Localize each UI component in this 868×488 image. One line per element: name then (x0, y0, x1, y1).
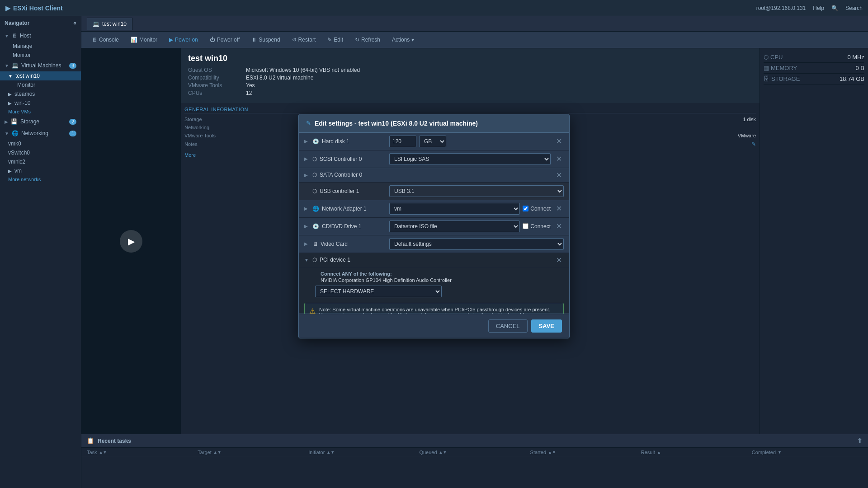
sidebar-item-host-monitor[interactable]: Monitor (0, 51, 81, 60)
pci-1-expand[interactable]: ▼ (304, 258, 310, 263)
hard-disk-remove-button[interactable]: ✕ (554, 137, 564, 145)
power-off-button[interactable]: ⏻ Power off (205, 34, 245, 45)
power-on-icon: ▶ (169, 37, 173, 43)
search-icon: 🔍 (831, 5, 838, 11)
usb-type-select[interactable]: USB 3.1 USB 3.0 USB 2.0 (389, 185, 564, 197)
help-button[interactable]: Help (813, 5, 824, 11)
memory-icon: ▦ (764, 65, 769, 71)
host-monitor-label: Monitor (13, 52, 31, 58)
network-connect-checkbox-label: Connect (523, 206, 551, 212)
network-connect-checkbox[interactable] (523, 206, 528, 211)
cddvd-controls: Datastore ISO file Host device Client de… (389, 221, 551, 232)
vms-arrow: ▼ (5, 63, 9, 68)
pci-1-remove-button[interactable]: ✕ (554, 256, 564, 264)
col-initiator: Initiator ▲▼ (308, 450, 419, 455)
vms-badge: 3 (69, 63, 76, 69)
console-label: Console (99, 37, 119, 43)
sata-text: SATA Controller 0 (320, 172, 362, 178)
cpu-icon: ⬡ (764, 54, 769, 61)
host-section[interactable]: ▼ 🖥 Host (0, 30, 81, 42)
save-button[interactable]: SAVE (531, 319, 562, 333)
sidebar: Navigator « ▼ 🖥 Host Manage Monitor ▼ (0, 16, 81, 488)
sata-remove-button[interactable]: ✕ (554, 171, 564, 179)
edit-label: Edit (334, 37, 343, 43)
cddvd-expand[interactable]: ▶ (304, 224, 310, 229)
host-icon: 🖥 (12, 33, 17, 39)
pci-1-device-name: NVIDIA Corporation GP104 High Definition… (321, 277, 562, 283)
vmnic2-label: vmnic2 (8, 159, 25, 165)
storage-section[interactable]: ▶ 💾 Storage 2 (0, 116, 81, 127)
hard-disk-size-input[interactable] (389, 136, 416, 147)
console-icon: 🖥 (92, 37, 97, 43)
pci-1-hw-select[interactable]: SELECT HARDWARE NVIDIA Corporation GP104… (315, 286, 442, 297)
play-button[interactable]: ▶ (120, 230, 142, 253)
navigator-header: Navigator « (0, 16, 81, 30)
search-label[interactable]: Search (845, 5, 863, 11)
guest-os-row: Guest OS Microsoft Windows 10 (64-bit) V… (188, 67, 752, 73)
sidebar-item-vm-monitor[interactable]: Monitor (0, 80, 81, 89)
guest-os-value: Microsoft Windows 10 (64-bit) VBS not en… (246, 67, 360, 73)
power-off-label: Power off (217, 37, 240, 43)
sidebar-item-vmk0[interactable]: vmk0 (0, 139, 81, 148)
vms-section[interactable]: ▼ 💻 Virtual Machines 3 (0, 60, 81, 71)
col-started-sort: ▲▼ (548, 450, 556, 455)
storage-arrow: ▶ (5, 119, 8, 124)
sidebar-item-steamos[interactable]: ▶ steamos (0, 89, 81, 99)
network-remove-button[interactable]: ✕ (554, 204, 564, 213)
monitor-button[interactable]: 📊 Monitor (126, 34, 162, 45)
hard-disk-unit-select[interactable]: GB MB TB (419, 136, 446, 147)
scsi-type-select[interactable]: LSI Logic SAS LSI Logic Parallel VMware … (389, 153, 551, 165)
scsi-expand[interactable]: ▶ (304, 156, 310, 161)
cddvd-remove-button[interactable]: ✕ (554, 222, 564, 230)
pci-1-hw-select-row: SELECT HARDWARE NVIDIA Corporation GP104… (299, 284, 569, 301)
cddvd-type-select[interactable]: Datastore ISO file Host device Client de… (389, 221, 520, 232)
host-address[interactable]: root@192.168.0.131 (756, 5, 806, 11)
col-completed-sort: ▼ (778, 450, 782, 455)
sidebar-item-more-networks[interactable]: More networks (0, 175, 81, 183)
console-button[interactable]: 🖥 Console (87, 34, 124, 45)
suspend-button[interactable]: ⏸ Suspend (246, 34, 285, 45)
sidebar-item-vm[interactable]: ▶ vm (0, 166, 81, 175)
sidebar-item-more-vms[interactable]: More VMs (0, 108, 81, 116)
col-task: Task ▲▼ (87, 450, 198, 455)
tasks-expand-icon[interactable]: ⬆ (857, 436, 863, 445)
sidebar-item-manage[interactable]: Manage (0, 42, 81, 51)
networking-section[interactable]: ▼ 🌐 Networking 1 (0, 127, 81, 139)
vmk0-label: vmk0 (8, 141, 21, 147)
sidebar-item-vswitch0[interactable]: vSwitch0 (0, 148, 81, 157)
restart-button[interactable]: ↺ Restart (287, 34, 321, 45)
power-on-button[interactable]: ▶ Power on (164, 34, 203, 45)
app-title: ESXi Host Client (13, 5, 63, 12)
network-expand[interactable]: ▶ (304, 206, 310, 211)
memory-stat-label: ▦ MEMORY (764, 65, 797, 71)
actions-button[interactable]: Actions ▾ (387, 34, 419, 45)
cddvd-connect-checkbox[interactable] (523, 223, 528, 229)
sidebar-item-win10[interactable]: ▶ win-10 (0, 99, 81, 108)
sidebar-item-test-win10[interactable]: ▼ test win10 (0, 71, 81, 80)
cddvd-connect-checkbox-label: Connect (523, 223, 551, 230)
collapse-icon[interactable]: « (73, 20, 76, 26)
vm-monitor-label: Monitor (17, 82, 35, 88)
refresh-icon: ↻ (355, 37, 359, 43)
modal-body[interactable]: ▶ 💿 Hard disk 1 GB MB TB ✕ ▶ (299, 133, 569, 314)
edit-button[interactable]: ✎ Edit (322, 34, 348, 45)
network-adapter-row: ▶ 🌐 Network Adapter 1 vm VM Network Mana… (299, 200, 569, 218)
col-initiator-sort: ▲▼ (326, 450, 335, 455)
refresh-label: Refresh (361, 37, 380, 43)
sidebar-item-vmnic2[interactable]: vmnic2 (0, 157, 81, 166)
network-select[interactable]: vm VM Network Management Network (389, 203, 520, 215)
storage-badge: 2 (69, 119, 76, 125)
scsi-remove-button[interactable]: ✕ (554, 155, 564, 163)
video-settings-select[interactable]: Default settings Custom settings (389, 238, 564, 250)
refresh-button[interactable]: ↻ Refresh (350, 34, 385, 45)
cancel-button[interactable]: CANCEL (488, 319, 528, 333)
tab-test-win10[interactable]: 💻 test win10 (87, 18, 132, 30)
tools-row: VMware Tools Yes (188, 82, 752, 89)
cddvd-icon: 💿 (312, 223, 319, 230)
monitor-label: Monitor (139, 37, 157, 43)
hard-disk-expand[interactable]: ▶ (304, 139, 310, 144)
vm-preview[interactable]: ▶ (81, 48, 181, 434)
sata-expand[interactable]: ▶ (304, 173, 310, 178)
video-expand[interactable]: ▶ (304, 241, 310, 246)
edit-notes-button[interactable]: ✎ (751, 141, 756, 147)
